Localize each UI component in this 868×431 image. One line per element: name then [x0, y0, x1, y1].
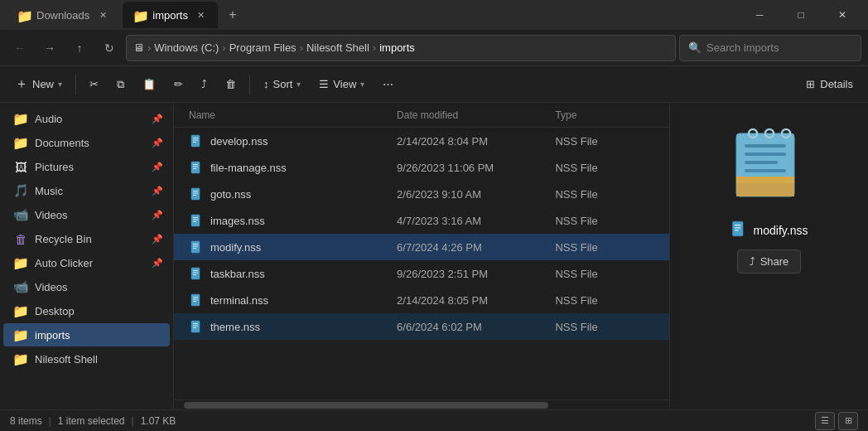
recycle-pin-icon: 📌: [152, 234, 163, 245]
table-row[interactable]: file-manage.nss 9/26/2023 11:06 PM NSS F…: [174, 154, 669, 181]
table-row[interactable]: taskbar.nss 9/26/2023 2:51 PM NSS File: [174, 260, 669, 287]
share-details-button[interactable]: ⤴ Share: [737, 249, 802, 274]
sidebar-item-music[interactable]: 🎵 Music 📌: [3, 179, 170, 202]
sidebar-item-documents[interactable]: 📁 Documents 📌: [3, 131, 170, 154]
new-button[interactable]: ＋ New ▾: [7, 70, 70, 99]
table-row[interactable]: theme.nss 6/6/2024 6:02 PM NSS File: [174, 313, 669, 340]
cut-button[interactable]: ✂: [81, 70, 107, 99]
sidebar-item-autoclicker[interactable]: 📁 Auto Clicker 📌: [3, 251, 170, 274]
sidebar-item-nilesoft-label: Nilesoft Shell: [35, 353, 163, 366]
close-button[interactable]: ✕: [823, 2, 861, 28]
new-icon: ＋: [15, 75, 28, 93]
svg-rect-19: [193, 248, 196, 249]
svg-rect-34: [736, 177, 794, 183]
table-row[interactable]: terminal.nss 2/14/2024 8:05 PM NSS File: [174, 287, 669, 313]
sidebar-item-autoclicker-label: Auto Clicker: [35, 257, 145, 269]
music-folder-icon: 🎵: [13, 183, 28, 198]
file-date-terminal: 2/14/2024 8:05 PM: [392, 294, 550, 307]
view-button[interactable]: ☰ View ▾: [311, 70, 373, 99]
file-type-terminal: NSS File: [550, 294, 659, 307]
videos2-folder-icon: 📹: [13, 279, 28, 294]
table-row[interactable]: images.nss 4/7/2023 3:16 AM NSS File: [174, 207, 669, 234]
copy-button[interactable]: ⧉: [108, 70, 133, 99]
svg-rect-6: [193, 167, 198, 167]
file-type-taskbar: NSS File: [550, 268, 659, 280]
documents-folder-icon: 📁: [13, 135, 28, 150]
view-label: View: [333, 78, 356, 90]
share-button[interactable]: ⤴: [193, 70, 215, 99]
horizontal-scrollbar[interactable]: [174, 400, 669, 409]
add-tab-button[interactable]: +: [221, 3, 244, 27]
sidebar-item-videos[interactable]: 📹 Videos 📌: [3, 203, 170, 226]
refresh-button[interactable]: ↻: [96, 35, 123, 61]
file-name-goto: goto.nss: [184, 186, 392, 201]
svg-rect-25: [193, 297, 198, 298]
sidebar: 📁 Audio 📌 📁 Documents 📌 🖼 Pictures 📌 🎵 M…: [0, 103, 174, 409]
sidebar-item-pictures[interactable]: 🖼 Pictures 📌: [3, 155, 170, 178]
back-button[interactable]: ←: [7, 35, 33, 61]
svg-rect-42: [732, 221, 743, 236]
table-row[interactable]: goto.nss 2/6/2023 9:10 AM NSS File: [174, 181, 669, 207]
more-button[interactable]: ⋯: [374, 70, 402, 99]
sidebar-item-imports[interactable]: 📁 imports: [3, 323, 170, 346]
sidebar-item-documents-label: Documents: [35, 137, 145, 149]
tab-downloads[interactable]: 📁 Downloads ✕: [7, 2, 119, 28]
tab-imports[interactable]: 📁 imports ✕: [123, 2, 218, 28]
sidebar-item-audio[interactable]: 📁 Audio 📌: [3, 107, 170, 130]
file-date-modify: 6/7/2024 4:26 PM: [392, 241, 550, 254]
svg-rect-24: [191, 294, 200, 306]
audio-pin-icon: 📌: [152, 114, 163, 124]
svg-rect-18: [193, 246, 198, 247]
table-row[interactable]: develop.nss 2/14/2024 8:04 PM NSS File: [174, 128, 669, 154]
sidebar-item-nilesoft[interactable]: 📁 Nilesoft Shell: [3, 347, 170, 370]
up-button[interactable]: ↑: [66, 35, 93, 61]
documents-pin-icon: 📌: [152, 138, 163, 148]
view-chevron-icon: ▾: [360, 80, 364, 89]
view-list-button[interactable]: ☰: [815, 412, 835, 430]
sidebar-item-recycle-label: Recycle Bin: [35, 233, 145, 245]
paste-button[interactable]: 📋: [134, 70, 164, 99]
scrollbar-thumb[interactable]: [184, 402, 548, 409]
svg-rect-14: [193, 220, 198, 220]
svg-rect-43: [735, 225, 741, 225]
sidebar-item-videos2[interactable]: 📹 Videos: [3, 275, 170, 298]
status-separator-2: |: [132, 415, 134, 427]
column-header-name[interactable]: Name: [184, 109, 392, 121]
cut-icon: ✂: [89, 78, 99, 90]
maximize-button[interactable]: □: [782, 2, 820, 28]
details-filename: modify.nss: [731, 220, 808, 240]
sidebar-item-desktop[interactable]: 📁 Desktop: [3, 299, 170, 322]
status-item-count: 8 items: [10, 415, 42, 427]
sort-button[interactable]: ↕ Sort ▾: [255, 70, 309, 99]
svg-rect-12: [191, 215, 200, 226]
details-button[interactable]: ⊞ Details: [798, 70, 861, 99]
share-details-icon: ⤴: [750, 255, 755, 268]
view-grid-button[interactable]: ⊞: [838, 412, 858, 430]
downloads-tab-icon: 📁: [17, 8, 30, 22]
svg-rect-30: [193, 326, 198, 327]
search-box[interactable]: 🔍 Search imports: [679, 35, 861, 61]
breadcrumb-part-3[interactable]: Nilesoft Shell: [306, 41, 369, 54]
svg-rect-22: [193, 273, 198, 274]
svg-rect-0: [191, 135, 200, 147]
search-placeholder: Search imports: [706, 41, 779, 54]
breadcrumb[interactable]: 🖥 › Windows (C:) › Program Files › Niles…: [126, 35, 676, 61]
imports-tab-close[interactable]: ✕: [195, 8, 208, 22]
rename-button[interactable]: ✏: [166, 70, 191, 99]
minimize-button[interactable]: ─: [740, 2, 779, 28]
title-bar: 📁 Downloads ✕ 📁 imports ✕ + ─ □ ✕: [0, 0, 868, 30]
svg-rect-8: [191, 188, 200, 200]
delete-button[interactable]: 🗑: [217, 70, 244, 99]
downloads-tab-close[interactable]: ✕: [96, 8, 109, 22]
breadcrumb-part-2[interactable]: Program Files: [229, 41, 297, 54]
svg-rect-44: [735, 227, 741, 228]
column-header-date[interactable]: Date modified: [392, 109, 550, 121]
breadcrumb-part-4[interactable]: imports: [379, 41, 415, 54]
breadcrumb-part-1[interactable]: Windows (C:): [154, 41, 219, 54]
forward-button[interactable]: →: [36, 35, 63, 61]
table-row[interactable]: modify.nss 6/7/2024 4:26 PM NSS File: [174, 234, 669, 260]
svg-rect-7: [193, 168, 196, 169]
sidebar-item-recycle[interactable]: 🗑 Recycle Bin 📌: [3, 227, 170, 250]
svg-rect-29: [193, 323, 198, 324]
column-header-type[interactable]: Type: [550, 109, 659, 121]
